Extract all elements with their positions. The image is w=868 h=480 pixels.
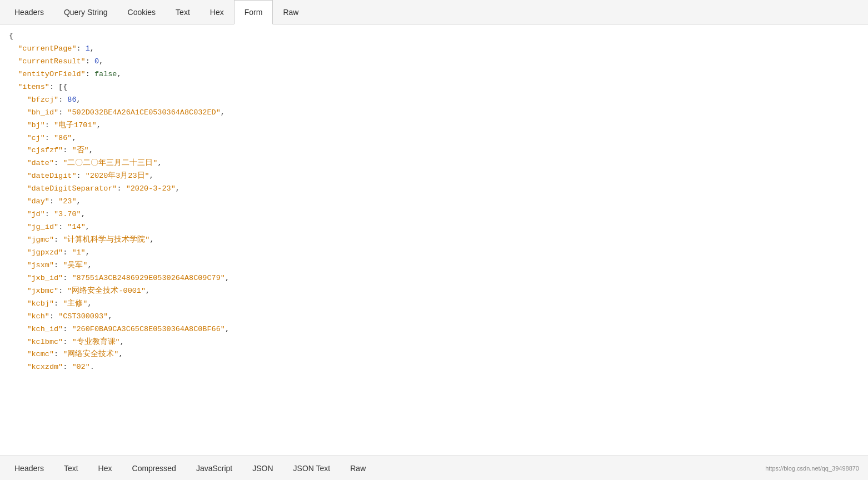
tab-hex-bottom[interactable]: Hex bbox=[88, 456, 122, 481]
json-line-7: "bj": "电子1701", bbox=[9, 119, 859, 132]
json-line-12: "dateDigitSeparator": "2020-3-23", bbox=[9, 183, 859, 196]
json-line-14: "jd": "3.70", bbox=[9, 208, 859, 221]
json-line-25: "kcmc": "网络安全技术", bbox=[9, 348, 859, 361]
tab-hex-top[interactable]: Hex bbox=[200, 0, 234, 24]
json-line-24: "kclbmc": "专业教育课", bbox=[9, 336, 859, 349]
json-line-13: "day": "23", bbox=[9, 196, 859, 208]
json-line-16: "jgmc": "计算机科学与技术学院", bbox=[9, 234, 859, 247]
tab-json[interactable]: JSON bbox=[242, 456, 283, 481]
json-line-26: "kcxzdm": "02". bbox=[9, 361, 859, 374]
json-line-3: "entityOrField": false, bbox=[9, 68, 859, 81]
tab-raw-bottom[interactable]: Raw bbox=[340, 456, 376, 481]
json-line-18: "jsxm": "吴军", bbox=[9, 259, 859, 272]
tab-headers-bottom[interactable]: Headers bbox=[4, 456, 54, 481]
tab-form[interactable]: Form bbox=[234, 0, 273, 24]
json-line-11: "dateDigit": "2020年3月23日", bbox=[9, 170, 859, 183]
top-tab-bar: Headers Query String Cookies Text Hex Fo… bbox=[0, 0, 868, 24]
tab-headers-top[interactable]: Headers bbox=[4, 0, 54, 24]
bottom-tab-bar: Headers Text Hex Compressed JavaScript J… bbox=[0, 456, 868, 480]
tab-query-string[interactable]: Query String bbox=[54, 0, 118, 24]
json-line-9: "cjsfzf": "否", bbox=[9, 144, 859, 157]
json-line-17: "jgpxzd": "1", bbox=[9, 247, 859, 259]
json-line-6: "bh_id": "502D032BE4A26A1CE0530364A8C032… bbox=[9, 107, 859, 119]
json-line-20: "jxbmc": "网络安全技术-0001", bbox=[9, 285, 859, 298]
tab-text-top[interactable]: Text bbox=[166, 0, 200, 24]
bottom-link: https://blog.csdn.net/qq_39498870 bbox=[765, 465, 864, 472]
tab-text-bottom[interactable]: Text bbox=[54, 456, 88, 481]
json-line-1: "currentPage": 1, bbox=[9, 43, 859, 56]
json-line-10: "date": "二〇二〇年三月二十三日", bbox=[9, 157, 859, 170]
json-line-8: "cj": "86", bbox=[9, 132, 859, 145]
json-line-open: { bbox=[9, 30, 859, 43]
tab-cookies[interactable]: Cookies bbox=[118, 0, 166, 24]
json-line-5: "bfzcj": 86, bbox=[9, 94, 859, 107]
tab-javascript[interactable]: JavaScript bbox=[186, 456, 242, 481]
json-line-19: "jxb_id": "87551A3CB2486929E0530264A8C09… bbox=[9, 272, 859, 285]
json-line-22: "kch": "CST300093", bbox=[9, 311, 859, 323]
json-line-23: "kch_id": "260F0BA9CA3C65C8E0530364A8C0B… bbox=[9, 323, 859, 336]
json-line-21: "kcbj": "主修", bbox=[9, 298, 859, 311]
tab-json-text[interactable]: JSON Text bbox=[283, 456, 341, 481]
json-line-15: "jg_id": "14", bbox=[9, 221, 859, 234]
tab-raw-top[interactable]: Raw bbox=[273, 0, 308, 24]
tab-compressed[interactable]: Compressed bbox=[122, 456, 186, 481]
json-line-2: "currentResult": 0, bbox=[9, 56, 859, 68]
json-line-4: "items": [{ bbox=[9, 81, 859, 94]
json-content-area: { "currentPage": 1, "currentResult": 0, … bbox=[0, 24, 868, 456]
